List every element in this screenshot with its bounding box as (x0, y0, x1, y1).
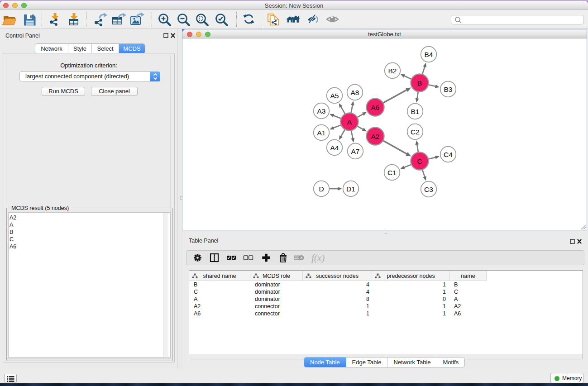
svg-text:B4: B4 (425, 51, 433, 58)
svg-text:C3: C3 (424, 186, 433, 193)
svg-text:A5: A5 (330, 92, 339, 100)
svg-text:A1: A1 (317, 129, 326, 137)
svg-text:B1: B1 (411, 108, 420, 115)
svg-text:D1: D1 (346, 185, 355, 193)
svg-text:C2: C2 (411, 128, 420, 136)
svg-text:B2: B2 (388, 67, 397, 75)
svg-text:C: C (417, 157, 422, 165)
svg-text:A3: A3 (317, 107, 326, 115)
svg-text:C4: C4 (444, 151, 453, 158)
svg-text:D: D (319, 185, 324, 193)
svg-text:A: A (347, 118, 352, 126)
svg-text:C1: C1 (387, 169, 397, 176)
svg-text:B: B (417, 79, 422, 87)
svg-text:A2: A2 (371, 133, 380, 140)
svg-text:A6: A6 (371, 104, 380, 111)
svg-text:A7: A7 (351, 148, 360, 155)
svg-text:A4: A4 (330, 144, 339, 152)
svg-text:B3: B3 (444, 86, 453, 93)
svg-text:A8: A8 (351, 89, 359, 96)
svg-text:f(x): f(x) (311, 253, 325, 263)
